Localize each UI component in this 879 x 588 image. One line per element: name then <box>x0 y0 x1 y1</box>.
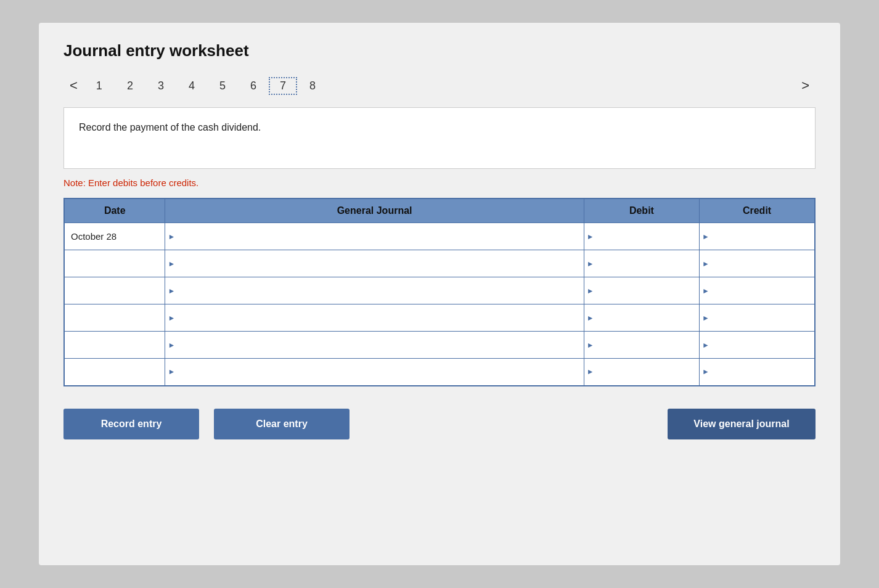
arrow-icon-3: ► <box>168 287 175 295</box>
date-cell-4 <box>64 304 165 332</box>
journal-input-4[interactable] <box>165 304 583 331</box>
page-7-active[interactable]: 7 <box>269 77 297 95</box>
credit-input-2[interactable] <box>700 250 814 277</box>
arrow-icon-debit-1: ► <box>587 232 594 241</box>
page-1[interactable]: 1 <box>84 77 115 95</box>
arrow-icon-credit-4: ► <box>702 314 709 322</box>
journal-input-1[interactable] <box>165 223 583 250</box>
date-cell-3 <box>64 277 165 304</box>
prev-page-button[interactable]: < <box>63 75 84 96</box>
journal-table: Date General Journal Debit Credit Octobe… <box>63 198 816 386</box>
journal-input-3[interactable] <box>165 277 583 304</box>
credit-input-6[interactable] <box>700 359 814 385</box>
pagination: < 1 2 3 4 5 6 7 8 > <box>63 75 816 96</box>
page-title: Journal entry worksheet <box>63 41 816 60</box>
page-5[interactable]: 5 <box>207 77 238 95</box>
worksheet-container: Journal entry worksheet < 1 2 3 4 5 6 7 … <box>39 23 840 565</box>
note-text: Note: Enter debits before credits. <box>63 178 816 188</box>
debit-input-1[interactable] <box>584 223 699 250</box>
arrow-icon-debit-4: ► <box>587 314 594 322</box>
journal-input-6[interactable] <box>165 359 583 385</box>
arrow-icon-credit-2: ► <box>702 259 709 268</box>
credit-cell-6[interactable]: ► <box>700 359 815 386</box>
arrow-icon-credit-1: ► <box>702 232 709 241</box>
debit-cell-4[interactable]: ► <box>584 304 699 332</box>
debit-cell-2[interactable]: ► <box>584 250 699 277</box>
credit-input-1[interactable] <box>700 223 814 250</box>
debit-input-4[interactable] <box>584 304 699 331</box>
journal-cell-1[interactable]: ► <box>165 223 584 250</box>
credit-cell-1[interactable]: ► <box>700 223 815 250</box>
journal-cell-4[interactable]: ► <box>165 304 584 332</box>
buttons-row: Record entry Clear entry View general jo… <box>63 409 816 439</box>
header-general-journal: General Journal <box>165 198 584 223</box>
arrow-icon-debit-5: ► <box>587 341 594 349</box>
date-cell-5 <box>64 332 165 359</box>
page-3[interactable]: 3 <box>145 77 176 95</box>
view-general-journal-button[interactable]: View general journal <box>668 409 816 439</box>
journal-input-5[interactable] <box>165 332 583 358</box>
arrow-icon-2: ► <box>168 259 175 268</box>
arrow-icon-1: ► <box>168 232 175 241</box>
debit-input-5[interactable] <box>584 332 699 358</box>
arrow-icon-debit-3: ► <box>587 287 594 295</box>
date-cell-1: October 28 <box>64 223 165 250</box>
debit-input-2[interactable] <box>584 250 699 277</box>
credit-cell-5[interactable]: ► <box>700 332 815 359</box>
credit-input-5[interactable] <box>700 332 814 358</box>
next-page-button[interactable]: > <box>795 75 816 96</box>
header-debit: Debit <box>584 198 699 223</box>
arrow-icon-5: ► <box>168 341 175 349</box>
table-row: ► ► ► <box>64 359 815 386</box>
instruction-box: Record the payment of the cash dividend. <box>63 107 816 169</box>
arrow-icon-debit-6: ► <box>587 367 594 376</box>
credit-input-4[interactable] <box>700 304 814 331</box>
header-credit: Credit <box>700 198 815 223</box>
table-row: ► ► ► <box>64 304 815 332</box>
journal-cell-2[interactable]: ► <box>165 250 584 277</box>
date-cell-2 <box>64 250 165 277</box>
debit-cell-5[interactable]: ► <box>584 332 699 359</box>
page-2[interactable]: 2 <box>115 77 145 95</box>
table-row: ► ► ► <box>64 332 815 359</box>
page-8[interactable]: 8 <box>297 77 328 95</box>
debit-input-3[interactable] <box>584 277 699 304</box>
debit-input-6[interactable] <box>584 359 699 385</box>
clear-entry-button[interactable]: Clear entry <box>214 409 350 439</box>
arrow-icon-6: ► <box>168 367 175 376</box>
arrow-icon-credit-6: ► <box>702 367 709 376</box>
table-row: ► ► ► <box>64 277 815 304</box>
table-row: October 28 ► ► ► <box>64 223 815 250</box>
arrow-icon-credit-5: ► <box>702 341 709 349</box>
header-date: Date <box>64 198 165 223</box>
credit-cell-2[interactable]: ► <box>700 250 815 277</box>
journal-input-2[interactable] <box>165 250 583 277</box>
arrow-icon-debit-2: ► <box>587 259 594 268</box>
journal-cell-3[interactable]: ► <box>165 277 584 304</box>
date-cell-6 <box>64 359 165 386</box>
debit-cell-1[interactable]: ► <box>584 223 699 250</box>
page-6[interactable]: 6 <box>238 77 269 95</box>
arrow-icon-4: ► <box>168 314 175 322</box>
journal-cell-5[interactable]: ► <box>165 332 584 359</box>
journal-cell-6[interactable]: ► <box>165 359 584 386</box>
arrow-icon-credit-3: ► <box>702 287 709 295</box>
credit-input-3[interactable] <box>700 277 814 304</box>
credit-cell-4[interactable]: ► <box>700 304 815 332</box>
debit-cell-3[interactable]: ► <box>584 277 699 304</box>
instruction-text: Record the payment of the cash dividend. <box>79 120 800 135</box>
record-entry-button[interactable]: Record entry <box>63 409 199 439</box>
page-4[interactable]: 4 <box>176 77 207 95</box>
debit-cell-6[interactable]: ► <box>584 359 699 386</box>
credit-cell-3[interactable]: ► <box>700 277 815 304</box>
table-row: ► ► ► <box>64 250 815 277</box>
